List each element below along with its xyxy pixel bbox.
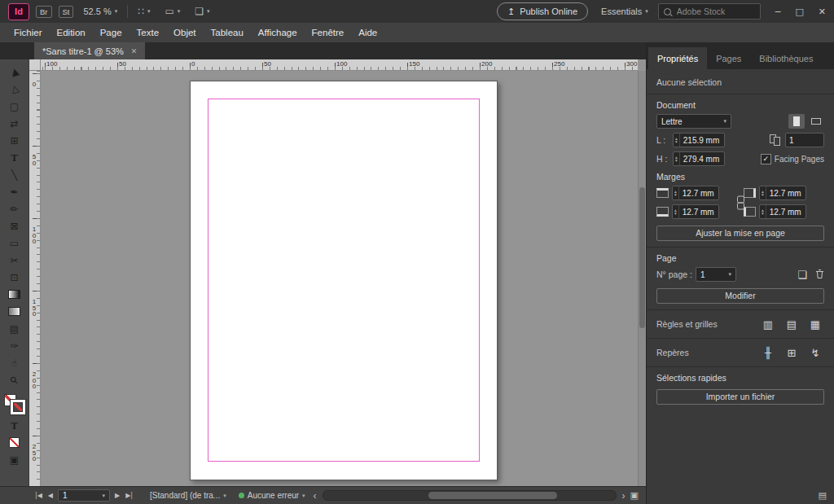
type-tool[interactable]: T [2,149,27,166]
smart-guides-button[interactable]: ↯ [806,344,824,361]
link-margins-icon[interactable] [737,195,744,209]
gradient-feather-tool[interactable] [2,303,27,320]
menu-item[interactable]: Page [93,23,129,42]
preflight-profile-select[interactable]: [Standard] (de tra... ▾ [146,489,230,502]
tab-bibliothèques[interactable]: Bibliothèques [750,47,822,69]
stepper-icon[interactable]: ▴▾ [674,152,680,165]
screen-mode-dropdown[interactable]: ▭▾ [161,3,183,20]
last-page-button[interactable]: ▶| [125,492,134,499]
horizontal-ruler[interactable]: 10050050100150200250300 [41,59,638,71]
eyedropper-tool[interactable]: ✑ [2,337,27,354]
arrange-documents-dropdown[interactable]: ❏▾ [191,3,213,20]
previous-page-button[interactable]: ◀ [47,492,54,499]
edit-page-button[interactable]: Modifier [656,288,824,304]
width-field[interactable]: ▴▾ 215.9 mm [673,133,725,147]
horizontal-scrollbar[interactable] [323,490,617,501]
fit-window-icon[interactable]: ▣ [630,490,639,501]
zoom-level-select[interactable]: 52.5 % ▾ [80,3,121,20]
menu-item[interactable]: Aide [351,23,384,42]
page-size-select[interactable]: Lettre ▾ [656,114,731,129]
scroll-left-button[interactable]: ‹ [314,492,317,500]
tab-propriétés[interactable]: Propriétés [648,47,707,69]
maximize-button[interactable]: □ [795,7,803,17]
snap-guides-button[interactable]: ╫ [759,344,777,361]
first-page-button[interactable]: |◀ [34,492,43,499]
bridge-button[interactable]: Br [36,6,52,18]
pasteboard[interactable] [41,71,638,486]
stock-search[interactable] [658,3,761,20]
gradient-swatch-tool[interactable] [2,286,27,303]
pencil-tool[interactable]: ✏ [2,200,27,217]
stepper-icon[interactable]: ▴▾ [674,134,680,147]
vertical-scrollbar[interactable] [638,71,646,486]
workspace-switcher[interactable]: Essentials ▾ [598,3,652,20]
content-collector-tool[interactable]: ⊞ [2,132,27,149]
gap-tool[interactable]: ⇄ [2,115,27,132]
pages-count-field[interactable]: 1 [785,133,824,147]
screen-mode-button[interactable]: ▣ [2,451,27,468]
delete-page-icon[interactable] [815,269,824,281]
stepper-icon[interactable]: ▴▾ [760,186,766,199]
stroke-color-well[interactable] [11,400,25,414]
page-tool[interactable]: ▢ [2,98,27,115]
top-margin-field[interactable]: ▴▾ 12.7 mm [672,186,719,200]
tab-pages[interactable]: Pages [707,47,750,69]
menu-item[interactable]: Tableau [204,23,251,42]
stock-search-input[interactable] [675,6,748,17]
menu-item[interactable]: Texte [129,23,167,42]
vertical-ruler[interactable]: 050100150200250 [29,71,41,486]
panel-options-icon[interactable]: ▤ [819,490,827,501]
pen-tool[interactable]: ✒ [2,183,27,200]
right-margin-field[interactable]: ▴▾ 12.7 mm [759,186,806,200]
import-file-button[interactable]: Importer un fichier [656,389,824,405]
line-tool[interactable]: ╲ [2,166,27,183]
direct-selection-tool[interactable]: ▷ [2,81,27,98]
left-margin-field[interactable]: ▴▾ 12.7 mm [759,204,806,219]
menu-item[interactable]: Fichier [7,23,50,42]
scroll-right-button[interactable]: › [622,492,626,500]
menu-item[interactable]: Objet [166,23,204,42]
hand-tool[interactable]: ☝ [2,354,27,371]
horizontal-scrollbar-thumb[interactable] [428,492,557,499]
portrait-orientation-button[interactable] [788,114,805,129]
note-tool[interactable]: ▤ [2,320,27,337]
apply-none-button[interactable] [2,434,27,451]
view-options-dropdown[interactable]: ∷▾ [134,3,153,20]
zoom-tool[interactable]: ⚲ [2,371,27,388]
publish-online-button[interactable]: ↥ Publish Online [497,2,588,20]
next-page-button[interactable]: ▶ [114,492,121,499]
formatting-affects-text-button[interactable]: T [2,417,27,434]
height-field[interactable]: ▴▾ 279.4 mm [673,151,725,166]
ruler-guides-button[interactable]: ▥ [759,316,777,332]
stepper-icon[interactable]: ▴▾ [760,205,766,218]
ruler-origin[interactable] [29,59,41,71]
page-select[interactable]: 1 ▾ [58,489,110,502]
stepper-icon[interactable]: ▴▾ [673,205,679,218]
vertical-scrollbar-thumb[interactable] [639,187,645,328]
page-number-select[interactable]: 1 ▾ [696,267,736,282]
bottom-margin-field[interactable]: ▴▾ 12.7 mm [672,204,719,219]
selection-tool[interactable]: ▶ [2,64,27,81]
column-guides-button[interactable]: ⊞ [783,344,801,361]
rectangle-tool[interactable]: ▭ [2,234,27,252]
close-button[interactable]: ✕ [819,7,826,17]
free-transform-tool[interactable]: ⊡ [2,269,27,286]
minimize-button[interactable]: ─ [775,7,781,17]
document-page[interactable] [190,81,498,480]
scissors-tool[interactable]: ✂ [2,252,27,269]
add-page-icon[interactable]: ❏ [797,269,807,281]
landscape-orientation-button[interactable] [808,114,824,129]
preflight-status-select[interactable]: Aucune erreur ▾ [235,489,309,502]
stock-badge-button[interactable]: St [59,6,74,18]
menu-item[interactable]: Affichage [251,23,305,42]
menu-item[interactable]: Fenêtre [305,23,352,42]
facing-pages-checkbox[interactable]: ✓ [761,154,771,164]
adjust-layout-button[interactable]: Ajuster la mise en page [656,226,824,241]
stepper-icon[interactable]: ▴▾ [673,186,679,199]
rectangle-frame-tool[interactable]: ⊠ [2,217,27,234]
baseline-grid-button[interactable]: ▤ [783,316,801,332]
document-grid-button[interactable]: ▦ [806,316,824,332]
menu-item[interactable]: Edition [50,23,93,42]
close-tab-icon[interactable]: ✕ [131,47,138,55]
document-tab[interactable]: *Sans titre-1 @ 53% ✕ [34,42,145,59]
